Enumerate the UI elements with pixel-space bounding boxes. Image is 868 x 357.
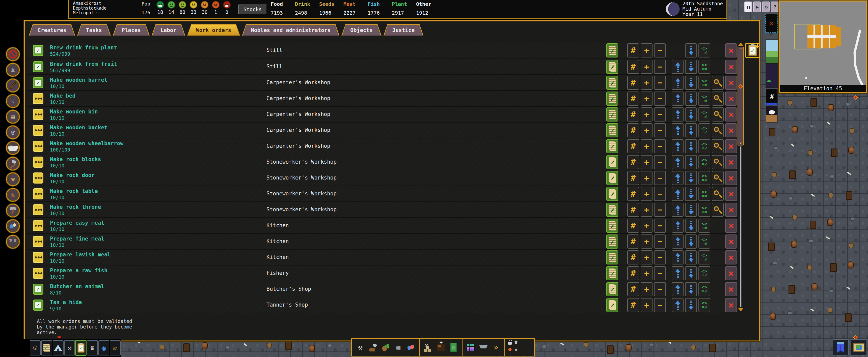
squads-button[interactable]	[833, 339, 849, 356]
tab-nobles-and-administrators[interactable]: Nobles and administrators	[242, 24, 339, 36]
increase-amount-button[interactable]: +	[641, 155, 652, 169]
order-conditions-button[interactable]: <>=≠	[699, 43, 710, 58]
increase-amount-button[interactable]: +	[641, 76, 652, 90]
tab-labor[interactable]: Labor	[152, 24, 185, 36]
decrease-amount-button[interactable]: −	[654, 219, 666, 233]
order-details-button[interactable]: ✓	[606, 60, 618, 74]
move-up-button[interactable]	[672, 139, 684, 153]
work-order-row[interactable]: Prepare fine meal 10/10 Kitchen ✓ # + − …	[27, 233, 738, 249]
order-status-icon[interactable]	[33, 268, 43, 279]
work-order-row[interactable]: Make wooden wheelbarrow 100/100 Carpente…	[27, 138, 738, 154]
order-status-icon[interactable]	[33, 236, 43, 247]
move-down-button[interactable]	[685, 92, 697, 106]
cloud-level-tile[interactable]	[766, 106, 778, 123]
work-order-row[interactable]: Make wooden bin 10/10 Carpenter's Worksh…	[27, 106, 738, 122]
remove-order-button[interactable]: ×	[725, 171, 737, 185]
increase-amount-button[interactable]: +	[641, 187, 652, 201]
magma-toggle-button[interactable]	[507, 348, 513, 351]
sidebar-pack-animal-icon[interactable]: ♞	[6, 188, 20, 202]
new-work-order-button[interactable]: ✓ +	[745, 43, 760, 58]
set-amount-button[interactable]: #	[627, 266, 639, 280]
sidebar-crossed-swords-icon[interactable]: ⚔	[6, 94, 20, 108]
decrease-amount-button[interactable]: −	[654, 266, 666, 280]
order-status-icon[interactable]: ✓	[33, 45, 43, 56]
move-up-button[interactable]	[672, 60, 684, 74]
sidebar-scroll-icon[interactable]: ▤	[6, 110, 20, 124]
lock-toggle-button[interactable]	[507, 340, 513, 345]
selection-cancel-tile[interactable]: ✕	[765, 13, 778, 33]
work-order-row[interactable]: Make rock throne 10/10 Stoneworker's Wor…	[27, 201, 738, 217]
set-amount-button[interactable]: #	[627, 298, 639, 312]
remove-order-button[interactable]: ×	[725, 203, 737, 217]
help-button[interactable]: ?	[771, 1, 778, 12]
set-amount-button[interactable]: #	[627, 139, 639, 153]
move-down-button[interactable]	[685, 250, 697, 264]
move-up-button[interactable]	[672, 219, 684, 233]
move-down-button[interactable]	[685, 76, 697, 90]
move-down-button[interactable]	[685, 298, 697, 312]
scrollbar-down-arrow[interactable]	[738, 309, 743, 312]
stocks-button[interactable]: Stocks	[239, 4, 267, 14]
set-amount-button[interactable]: #	[627, 171, 639, 185]
order-search-button[interactable]	[712, 203, 724, 217]
pause-button[interactable]: ▮▮	[744, 1, 752, 12]
order-details-button[interactable]: ✓	[606, 92, 618, 106]
increase-amount-button[interactable]: +	[641, 92, 652, 106]
remove-order-button[interactable]: ×	[725, 60, 737, 74]
tab-work-orders[interactable]: Work orders	[187, 24, 240, 36]
work-order-row[interactable]: Make rock table 10/10 Stoneworker's Work…	[27, 186, 738, 201]
remove-order-button[interactable]: ×	[725, 107, 737, 122]
order-search-button[interactable]	[712, 76, 724, 90]
stockpile-paint-button[interactable]	[465, 340, 477, 355]
tab-justice[interactable]: Justice	[383, 24, 424, 36]
sidebar-scabbard-icon[interactable]	[6, 79, 20, 92]
order-details-button[interactable]: ✓	[606, 171, 618, 185]
order-conditions-button[interactable]: <>=≠	[699, 250, 710, 264]
place-stockpile-button[interactable]	[435, 340, 446, 355]
set-amount-button[interactable]: #	[627, 123, 639, 137]
order-details-button[interactable]: ✓	[606, 203, 618, 217]
decrease-amount-button[interactable]: −	[654, 250, 666, 264]
move-up-button[interactable]	[672, 298, 684, 312]
order-conditions-button[interactable]: <>=≠	[699, 171, 710, 185]
tab-button-tasks[interactable]	[41, 340, 52, 356]
order-search-button[interactable]	[712, 187, 724, 201]
tab-tasks[interactable]: Tasks	[77, 24, 111, 36]
order-status-icon[interactable]	[33, 204, 43, 215]
move-up-button[interactable]	[672, 155, 684, 169]
decrease-amount-button[interactable]: −	[654, 92, 666, 106]
work-order-row[interactable]: ✓ Make wooden barrel 10/10 Carpenter's W…	[27, 74, 738, 90]
order-status-icon[interactable]	[33, 188, 43, 199]
work-order-row[interactable]: Make rock blocks 10/10 Stoneworker's Wor…	[27, 154, 738, 170]
decrease-amount-button[interactable]: −	[654, 107, 666, 122]
order-details-button[interactable]: ✓	[606, 187, 618, 201]
surface-level-tile[interactable]	[766, 39, 778, 64]
sidebar-crown-icon[interactable]: ♛	[6, 126, 20, 139]
erase-designation-button[interactable]	[405, 340, 416, 355]
increase-amount-button[interactable]: +	[641, 219, 652, 233]
move-down-button[interactable]	[685, 139, 697, 153]
increase-amount-button[interactable]: +	[641, 298, 652, 312]
decrease-amount-button[interactable]: −	[654, 203, 666, 217]
scrollbar-up-arrow[interactable]	[738, 43, 743, 45]
increase-amount-button[interactable]: +	[641, 250, 652, 264]
hauling-routes-button[interactable]	[478, 340, 489, 355]
move-down-button[interactable]	[685, 203, 697, 217]
move-down-button[interactable]	[685, 123, 697, 137]
set-amount-button[interactable]: #	[627, 282, 639, 296]
order-conditions-button[interactable]: <>=≠	[699, 107, 710, 122]
order-search-button[interactable]	[712, 92, 724, 106]
set-amount-button[interactable]: #	[627, 76, 639, 90]
move-up-button[interactable]	[672, 92, 684, 106]
order-status-icon[interactable]	[33, 172, 43, 184]
move-up-button[interactable]	[672, 203, 684, 217]
decrease-amount-button[interactable]: −	[654, 187, 666, 201]
move-up-button[interactable]	[672, 234, 684, 249]
decrease-amount-button[interactable]: −	[654, 155, 666, 169]
move-up-button[interactable]	[672, 76, 684, 90]
sidebar-hammer-icon[interactable]	[6, 204, 20, 217]
increase-amount-button[interactable]: +	[641, 282, 652, 296]
move-up-button[interactable]	[672, 123, 684, 137]
scrollbar-track[interactable]	[740, 147, 741, 307]
order-details-button[interactable]: ✓	[606, 282, 618, 296]
